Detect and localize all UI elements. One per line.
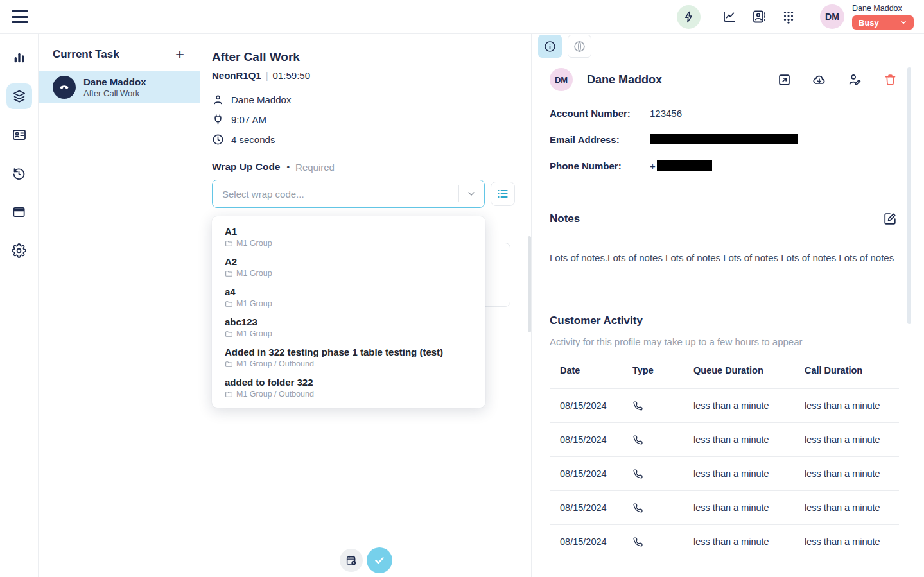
user-edit-icon[interactable] xyxy=(848,73,862,87)
layers-icon[interactable] xyxy=(6,83,32,109)
campaign-timer-line: NeonR1Q1|01:59:50 xyxy=(212,70,531,81)
trash-icon[interactable] xyxy=(883,73,897,87)
column-header: Type xyxy=(622,365,683,389)
account-number-row: Account Number: 123456 xyxy=(550,108,924,118)
current-task-panel: Current Task + Dane Maddox After Call Wo… xyxy=(39,34,200,577)
activity-call-duration: less than a minute xyxy=(794,457,899,491)
call-icon xyxy=(632,435,643,445)
wrap-up-code-label-row: Wrap Up Code • Required xyxy=(212,160,531,173)
activity-queue-duration: less than a minute xyxy=(683,457,794,491)
list-icon[interactable] xyxy=(491,182,515,206)
lightning-icon[interactable] xyxy=(677,5,701,29)
brain-icon xyxy=(573,40,586,53)
contacts-book-icon[interactable] xyxy=(749,6,769,27)
folder-icon xyxy=(225,330,233,338)
line-chart-icon[interactable] xyxy=(719,6,740,27)
notes-title: Notes xyxy=(550,212,580,225)
task-list-item[interactable]: Dane Maddox After Call Work xyxy=(39,71,200,103)
activity-call-duration: less than a minute xyxy=(794,423,899,457)
status-dropdown[interactable]: Busy xyxy=(852,15,914,30)
external-link-icon[interactable] xyxy=(777,73,791,87)
activity-call-duration: less than a minute xyxy=(794,491,899,525)
complete-task-button[interactable] xyxy=(367,547,392,573)
edit-note-icon[interactable] xyxy=(883,212,897,226)
wrap-code-option[interactable]: Added in 322 testing phase 1 table testi… xyxy=(212,342,485,372)
profile-name: Dane Maddox xyxy=(587,73,777,87)
activity-queue-duration: less than a minute xyxy=(683,525,794,559)
activity-type xyxy=(622,457,683,491)
activity-queue-duration: less than a minute xyxy=(683,491,794,525)
contact-name: Dane Maddox xyxy=(231,94,291,105)
avatar[interactable]: DM xyxy=(820,4,844,29)
account-number-value: 123456 xyxy=(650,108,682,119)
history-icon[interactable] xyxy=(6,160,32,186)
activity-row: 08/15/2024 less than a minute less than … xyxy=(550,525,899,559)
task-detail-panel: After Call Work NeonR1Q1|01:59:50 Dane M… xyxy=(200,34,532,577)
bar-chart-icon[interactable] xyxy=(6,45,32,71)
required-label: Required xyxy=(295,162,335,173)
activity-date: 08/15/2024 xyxy=(550,457,622,491)
wrap-code-select[interactable]: Select wrap code... xyxy=(212,180,485,208)
cloud-download-icon[interactable] xyxy=(812,73,826,87)
dialpad-icon[interactable] xyxy=(778,6,799,27)
clock-icon xyxy=(212,133,224,146)
activity-date: 08/15/2024 xyxy=(550,491,622,525)
activity-row: 08/15/2024 less than a minute less than … xyxy=(550,423,899,457)
profile-avatar: DM xyxy=(550,68,573,91)
phone-row: Phone Number: + xyxy=(550,160,924,171)
customer-activity-section: Customer Activity Activity for this prof… xyxy=(550,314,899,559)
wrap-code-option[interactable]: added to folder 322 M1 Group / Outbound xyxy=(212,372,485,402)
activity-row: 08/15/2024 less than a minute less than … xyxy=(550,457,899,491)
topbar-divider xyxy=(710,10,710,24)
wrap-code-option[interactable]: abc123 M1 Group xyxy=(212,312,485,342)
column-header: Date xyxy=(550,365,622,389)
phone-handset-icon xyxy=(53,76,76,99)
gear-icon[interactable] xyxy=(6,237,32,263)
select-placeholder: Select wrap code... xyxy=(222,189,458,200)
topbar-right: DM Dane Maddox Busy xyxy=(677,4,914,30)
plug-icon xyxy=(212,114,224,126)
activity-row: 08/15/2024 less than a minute less than … xyxy=(550,491,899,525)
panel-scrollbar[interactable] xyxy=(528,236,531,332)
redacted-email-value xyxy=(650,134,798,144)
window-icon[interactable] xyxy=(6,199,32,225)
tab-brain[interactable] xyxy=(568,35,591,58)
notes-section: Notes Lots of notes.Lots of notes Lots o… xyxy=(550,212,897,264)
wrap-code-option[interactable]: A2 M1 Group xyxy=(212,252,485,282)
left-rail xyxy=(0,34,39,577)
plus-icon[interactable]: + xyxy=(175,48,184,61)
folder-icon xyxy=(225,270,233,278)
checkmark-icon xyxy=(374,555,385,566)
call-icon xyxy=(632,469,643,479)
email-label: Email Address: xyxy=(550,134,650,145)
activity-table-header: DateTypeQueue DurationCall Duration xyxy=(550,365,899,389)
activity-call-duration: less than a minute xyxy=(794,525,899,559)
activity-call-duration: less than a minute xyxy=(794,389,899,423)
wrap-up-code-label: Wrap Up Code xyxy=(212,161,281,173)
calendar-clock-icon[interactable] xyxy=(340,549,363,572)
call-icon xyxy=(632,400,643,411)
status-label: Busy xyxy=(859,18,879,28)
start-time-row: 9:07 AM xyxy=(212,113,531,126)
topbar-user-name: Dane Maddox xyxy=(852,4,902,13)
wrap-code-dropdown: A1 M1 Group A2 M1 Group xyxy=(212,216,485,408)
info-icon xyxy=(543,40,557,53)
task-duration: 4 seconds xyxy=(231,134,275,145)
wrap-code-option[interactable]: a4 M1 Group xyxy=(212,282,485,312)
activity-table: DateTypeQueue DurationCall Duration 08/1… xyxy=(550,365,899,559)
user-status-block: Dane Maddox Busy xyxy=(852,4,914,30)
menu-icon[interactable] xyxy=(12,10,28,23)
profile-scrollbar[interactable] xyxy=(907,67,911,324)
campaign-name: NeonR1Q1 xyxy=(212,70,261,81)
activity-queue-duration: less than a minute xyxy=(683,389,794,423)
wrap-code-option[interactable]: A1 M1 Group xyxy=(212,221,485,252)
contact-name-row: Dane Maddox xyxy=(212,93,531,106)
activity-date: 08/15/2024 xyxy=(550,423,622,457)
chevron-down-icon xyxy=(466,189,476,199)
activity-title: Customer Activity xyxy=(550,314,899,327)
notes-text: Lots of notes.Lots of notes Lots of note… xyxy=(550,252,897,264)
activity-type xyxy=(622,491,683,525)
tab-info[interactable] xyxy=(538,35,562,58)
contact-card-icon[interactable] xyxy=(6,122,32,148)
folder-icon xyxy=(225,239,233,248)
